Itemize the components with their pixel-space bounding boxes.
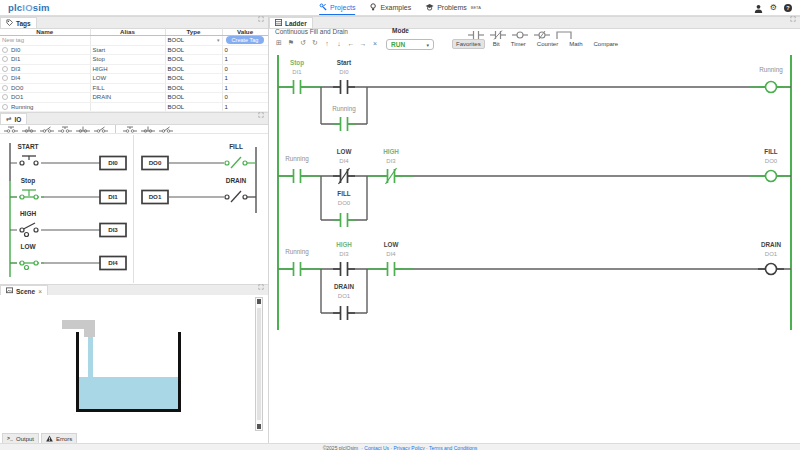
tank-water: [79, 377, 178, 409]
contact-running: Running: [332, 105, 356, 132]
move-right-icon[interactable]: →: [358, 40, 368, 47]
settings-gear-icon[interactable]: ⚙: [770, 3, 777, 12]
warning-icon: [46, 435, 53, 443]
logo-part-plc: plc: [8, 2, 22, 13]
tag-row[interactable]: DO0FILLBOOL1: [0, 83, 268, 93]
category-favorites[interactable]: Favorites: [452, 39, 485, 49]
tag-row[interactable]: DI0StartBOOL0: [0, 45, 268, 55]
undo-icon[interactable]: ↺: [298, 39, 308, 47]
scroll-down-arrow[interactable]: [257, 424, 261, 429]
close-icon[interactable]: ×: [38, 288, 42, 295]
new-tag-alias[interactable]: [90, 36, 165, 46]
nav-projects[interactable]: Projects: [319, 1, 355, 15]
tags-expand-icon[interactable]: [258, 8, 264, 26]
move-down-icon[interactable]: ↓: [334, 40, 344, 47]
footer-link[interactable]: Terms and Conditions: [429, 445, 477, 450]
new-tag-input[interactable]: New tag: [0, 36, 90, 46]
delete-icon[interactable]: ×: [370, 40, 380, 47]
input-device-di4: DI4LOW: [10, 243, 126, 270]
header-actions: ⚙ ?: [754, 2, 792, 13]
col-value: Value: [222, 27, 268, 36]
create-tag-button[interactable]: Create Tag: [226, 36, 265, 44]
nav-projects-label: Projects: [330, 4, 355, 11]
move-left-icon[interactable]: ←: [346, 40, 356, 47]
io-panel-canvas[interactable]: DI0STARTDI1StopDI3HIGHDI4LOWDO0FILLDO1DR…: [0, 135, 268, 283]
app-window: plcIOsim Projects Examples ProblemsBETA …: [0, 0, 800, 450]
col-alias: Alias: [90, 27, 165, 36]
program-name: Continuous Fill and Drain: [275, 28, 348, 35]
svg-text:DO1: DO1: [149, 193, 162, 200]
logo-part-io: IO: [22, 2, 32, 13]
svg-text:Running: Running: [759, 66, 783, 74]
svg-text:DO1: DO1: [338, 293, 351, 299]
tab-output-label: Output: [16, 436, 34, 442]
chevron-down-icon: ▾: [217, 37, 220, 43]
contact-stop: StopDI1: [286, 59, 308, 95]
svg-text:LOW: LOW: [337, 148, 352, 155]
redo-icon[interactable]: ↻: [310, 39, 320, 47]
scroll-up-arrow[interactable]: [257, 299, 261, 304]
scene-expand-icon[interactable]: [258, 276, 264, 294]
logo-part-sim: sim: [33, 2, 50, 13]
image-icon: [6, 287, 13, 295]
tag-row[interactable]: DI1StopBOOL1: [0, 55, 268, 65]
svg-text:DI0: DI0: [339, 69, 349, 75]
svg-text:DO1: DO1: [765, 251, 778, 257]
svg-text:HIGH: HIGH: [336, 241, 352, 248]
scroll-thumb[interactable]: [257, 308, 261, 420]
io-toolbar: [0, 124, 268, 134]
tag-pin-icon: [2, 56, 8, 62]
contact-high: HIGHDI3: [380, 148, 402, 184]
tab-scene-label: Scene: [16, 288, 35, 295]
input-device-di1: DI1Stop: [10, 177, 126, 204]
input-device-di3: DI3HIGH: [10, 210, 126, 237]
user-icon[interactable]: [754, 0, 763, 17]
footer-links: · Contact Us · Privacy Policy · Terms an…: [361, 445, 477, 450]
input-device-di0: DI0START: [10, 143, 126, 170]
category-compare[interactable]: Compare: [591, 40, 622, 48]
svg-text:DI4: DI4: [386, 251, 396, 257]
svg-text:DRAIN: DRAIN: [226, 177, 247, 184]
move-up-icon[interactable]: ↑: [322, 40, 332, 47]
flag-icon[interactable]: ⚑: [286, 39, 296, 47]
category-timer[interactable]: Timer: [508, 40, 529, 48]
category-counter[interactable]: Counter: [534, 40, 561, 48]
footer-link[interactable]: Privacy Policy: [394, 445, 425, 450]
tag-row[interactable]: DI4LOWBOOL1: [0, 74, 268, 84]
new-tag-row[interactable]: New tag BOOL▾ Create Tag: [0, 36, 268, 46]
svg-text:START: START: [17, 143, 38, 150]
mode-select[interactable]: RUN ▾: [386, 39, 434, 50]
tags-header-row: Name Alias Type Value: [0, 27, 268, 36]
scene-scrollbar[interactable]: [255, 297, 263, 431]
new-tag-type-select[interactable]: BOOL▾: [165, 36, 222, 46]
mode-value: RUN: [391, 41, 405, 48]
nav-problems[interactable]: ProblemsBETA: [425, 1, 481, 14]
footer-link[interactable]: Contact Us: [364, 445, 389, 450]
svg-text:DI0: DI0: [108, 159, 118, 166]
graduation-icon: [425, 3, 434, 12]
tag-row[interactable]: RunningBOOL1: [0, 102, 268, 112]
col-type: Type: [165, 27, 222, 36]
svg-text:Stop: Stop: [290, 59, 304, 67]
tag-pin-icon: [2, 47, 8, 53]
contact-low: LOWDI4: [380, 241, 402, 277]
tag-pin-icon: [2, 94, 8, 100]
chevron-down-icon: ▾: [426, 42, 429, 48]
ladder-diagram[interactable]: StopDI1StartDI0RunningRunningRunningLOWD…: [271, 53, 800, 343]
app-logo[interactable]: plcIOsim: [8, 2, 50, 13]
beta-badge: BETA: [471, 5, 481, 10]
nav-examples[interactable]: Examples: [369, 1, 411, 14]
svg-text:FILL: FILL: [229, 143, 243, 150]
tab-ladder[interactable]: Ladder: [269, 17, 313, 28]
io-expand-icon[interactable]: [258, 104, 264, 122]
svg-text:DI1: DI1: [108, 193, 118, 200]
tag-row[interactable]: DO1DRAINBOOL0: [0, 93, 268, 103]
svg-text:DRAIN: DRAIN: [334, 283, 354, 290]
svg-text:DI3: DI3: [386, 158, 396, 164]
category-math[interactable]: Math: [566, 40, 585, 48]
tag-row[interactable]: DI3HIGHBOOL0: [0, 64, 268, 74]
ladder-expand-icon[interactable]: [790, 8, 796, 26]
category-bit[interactable]: Bit: [490, 40, 503, 48]
main-nav: Projects Examples ProblemsBETA: [319, 0, 481, 15]
grid-icon[interactable]: ⊞: [274, 39, 284, 47]
